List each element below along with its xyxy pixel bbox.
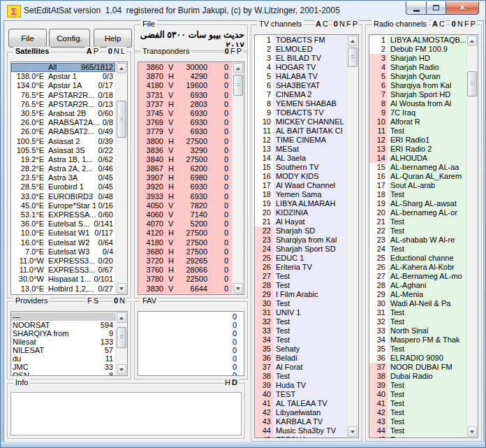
satellite-row[interactable]: 76.5°E APSTAR2R... 0/18 (11, 91, 115, 100)
provider-row[interactable]: NILESAT 57 (11, 346, 115, 354)
tv-channel-row[interactable]: 16 MODY KIDS (255, 172, 346, 181)
radio-channel-row[interactable]: 12 ERI Radio1 (369, 136, 466, 145)
satellite-row[interactable]: 45.0°E Europe*Star 1 0/16 (11, 201, 115, 210)
satellite-row[interactable]: 10.0°E Eutelsat W1 0/117 (11, 229, 115, 238)
tv-channel-row[interactable]: 28 Test (255, 281, 346, 290)
transponder-row[interactable]: 3745 V 6930 0 (138, 109, 232, 118)
radio-channel-row[interactable]: 31 Test (369, 308, 466, 317)
satellite-row[interactable]: 138.0°E Apstar 1 0/3 (11, 72, 115, 81)
file-button[interactable]: File (8, 29, 47, 48)
transponder-row[interactable]: 3920 H 6930 0 (138, 182, 232, 192)
transponder-row[interactable]: 3860 V 30000 0 (138, 63, 232, 72)
satellite-row[interactable]: 13.0°E Hotbird 1,2,... 0/27 (11, 284, 115, 294)
radio-channel-row[interactable]: 18 Test (369, 190, 466, 199)
tv-channel-row[interactable]: 45 ZBESHA (255, 435, 346, 438)
radio-channel-row[interactable]: 43 Test (369, 417, 466, 426)
transponder-row[interactable]: 3990 H 28125 0 (138, 294, 232, 294)
scroll-down-arrow[interactable] (117, 364, 126, 375)
scrollbar-thumb[interactable] (233, 75, 243, 96)
radio-channel-row[interactable]: 15 AL-bernameg AL-aa (369, 163, 466, 172)
radio-channel-row[interactable]: 17 Sout AL-arab (369, 181, 466, 190)
sort-letter[interactable]: N (114, 47, 119, 55)
radio-channel-row[interactable]: 25 Eductional channe (369, 254, 466, 263)
help-button[interactable]: Help (94, 29, 132, 48)
sigma-app-icon[interactable]: Σ (7, 5, 21, 17)
transponder-row[interactable]: 3836 V 3290 0 (138, 146, 232, 155)
tv-channel-row[interactable]: 35 Sehaty (255, 345, 346, 354)
radio-channel-row[interactable]: 39 Test (369, 381, 466, 390)
provider-row[interactable]: OSN 8 (11, 371, 115, 375)
transponder-row[interactable]: 3731 V 6930 0 (138, 91, 232, 100)
scrollbar-thumb[interactable] (467, 71, 477, 96)
tv-channel-row[interactable]: 19 LIBYA ALMARAH (255, 199, 346, 208)
radio-channel-row[interactable]: 16 AL-Quran AL_Karem (369, 172, 466, 181)
transponder-row[interactable]: 4050 V 7820 0 (138, 201, 232, 210)
tv-channel-row[interactable]: 5 HALABA TV (255, 72, 346, 81)
sort-letter[interactable]: P (237, 47, 242, 55)
minimize-button[interactable] (406, 1, 427, 15)
fav-row[interactable]: 0 (138, 338, 244, 346)
sort-letter[interactable]: F (464, 20, 469, 28)
sort-letter[interactable]: F (346, 20, 351, 28)
satellite-row[interactable]: 33.0°E EUROBIRD3 0/48 (11, 192, 115, 201)
radio-channel-row[interactable]: 40 Test (369, 390, 466, 399)
transponder-row[interactable]: 3800 H 27500 0 (138, 137, 232, 146)
tv-channel-row[interactable]: 27 Test (255, 272, 346, 281)
sort-letter[interactable]: C (323, 20, 328, 28)
radio-channel-row[interactable]: 41 Test (369, 399, 466, 408)
sort-letter[interactable]: 0 (108, 47, 112, 55)
satellite-row[interactable]: 23.5°E Astra 3A 0/45 (11, 173, 115, 182)
radio-channel-row[interactable]: 23 AL-shabab W Al-re (369, 236, 466, 245)
fav-row[interactable]: 0 (138, 346, 244, 354)
satellite-row[interactable]: 19.2°E Astra 1B, 1... 0/62 (11, 155, 115, 164)
tv-channel-row[interactable]: 1 TOBACTS FM (255, 36, 346, 45)
provider-row[interactable]: Nilesat 133 (11, 338, 115, 346)
tv-channel-row[interactable]: 23 Sharqiya from Kal (255, 236, 346, 245)
transponder-row[interactable]: 3737 H 2803 0 (138, 100, 232, 109)
tv-channel-row[interactable]: 42 Libyaelwatan (255, 408, 346, 417)
provider-row[interactable]: NOORSAT 594 (11, 321, 115, 329)
transponder-row[interactable]: 3720 H 29265 0 (138, 256, 232, 266)
scrollbar-thumb[interactable] (117, 327, 126, 348)
sort-letter[interactable]: N (119, 296, 125, 305)
transponders-scrollbar[interactable] (232, 62, 244, 294)
transponder-row[interactable]: 3779 V 6930 0 (138, 127, 232, 136)
radio-channel-row[interactable]: 13 ERI Radio 2 (369, 145, 466, 154)
radio-channel-row[interactable]: 6 Sharqiya from Kal (369, 81, 466, 90)
radio-channel-row[interactable]: 29 AL-Menia (369, 290, 466, 299)
tv-channel-row[interactable]: 32 Test (255, 317, 346, 326)
sort-letter[interactable]: 0 (334, 20, 338, 28)
tv-channel-row[interactable]: 17 Al Waad Channel (255, 181, 346, 190)
tv-channel-row[interactable]: 21 Al Hayat (255, 217, 346, 226)
scroll-down-arrow[interactable] (348, 426, 358, 437)
sort-letter[interactable]: N (339, 20, 345, 28)
tv-channel-row[interactable]: 15 Southern TV (255, 163, 346, 172)
tv-channel-row[interactable]: 3 EL BILAD TV (255, 54, 346, 63)
sort-letter[interactable]: C (439, 20, 445, 28)
sort-letter[interactable]: F (87, 296, 92, 305)
config-button[interactable]: Config. (49, 29, 90, 48)
tv-channel-row[interactable]: 37 Al Forat (255, 363, 346, 372)
transponder-row[interactable]: 3933 H 6930 0 (138, 192, 232, 201)
satellite-row[interactable]: 11.0°W EXPRESS3... 0/67 (11, 266, 115, 275)
transponder-row[interactable]: 3870 H 4290 0 (138, 72, 232, 81)
tv-channel-row[interactable]: 40 TEST (255, 390, 346, 399)
fav-row[interactable]: 0 (138, 354, 244, 363)
transponder-row[interactable]: 4180 V 27500 0 (138, 238, 232, 247)
scrollbar-thumb[interactable] (348, 48, 358, 67)
radio-channel-row[interactable]: 35 Test (369, 345, 466, 354)
satellite-row[interactable]: 30.5°E Arabsat 2B 0/60 (11, 109, 115, 118)
transponder-row[interactable]: 4060 V 7140 0 (138, 210, 232, 219)
provider-row[interactable]: --- (11, 312, 115, 321)
transponder-row[interactable]: 3769 V 6930 0 (138, 118, 232, 127)
satellite-row[interactable]: 83.0°E INSAT2E3 0/12 (11, 294, 115, 294)
radio-channel-row[interactable]: 8 Al Wousta from Al (369, 99, 466, 108)
tv-channel-row[interactable]: 33 Test (255, 326, 346, 335)
transponder-row[interactable]: 3840 H 27500 0 (138, 155, 232, 164)
tv-channel-row[interactable]: 7 CINEMA 2 (255, 90, 346, 99)
transponder-row[interactable]: 4120 H 27500 0 (138, 229, 232, 238)
tv-channel-row[interactable]: 18 Yemen Sama (255, 190, 346, 199)
radio-channel-row[interactable]: 22 Test (369, 226, 466, 236)
sort-letter[interactable]: H (225, 378, 230, 386)
tv-channel-row[interactable]: 13 MESat (255, 145, 346, 154)
